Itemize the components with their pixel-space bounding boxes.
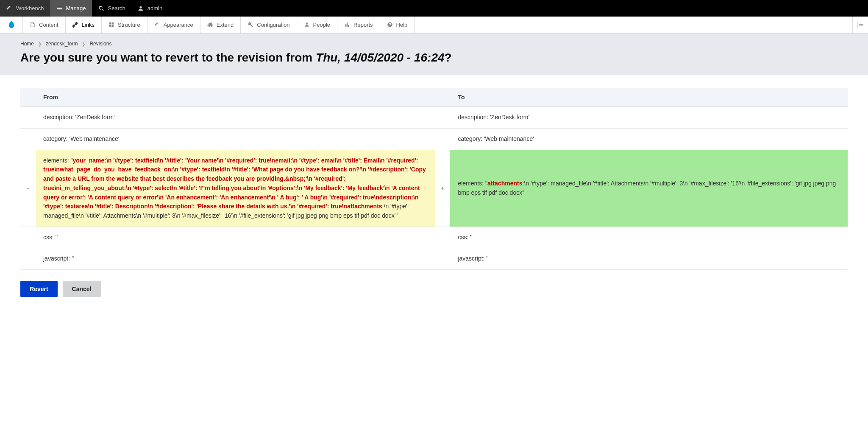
admin-configuration-label: Configuration: [257, 22, 289, 28]
chevron-right-icon: ❯: [38, 42, 42, 46]
admin-help[interactable]: Help: [380, 17, 415, 33]
page-title: Are you sure you want to revert to the r…: [20, 50, 848, 65]
breadcrumb-form[interactable]: zendesk_form: [46, 41, 78, 47]
workbench-icon: [6, 5, 13, 12]
table-row: css: '' css: '': [20, 227, 848, 248]
diff-table: From To description: 'ZenDesk form' desc…: [20, 88, 848, 270]
breadcrumb-revisions[interactable]: Revisions: [89, 41, 111, 47]
toolbar-collapse[interactable]: |⬅: [852, 17, 868, 33]
toolbar-search-label: Search: [108, 5, 125, 11]
admin-content[interactable]: Content: [23, 17, 66, 33]
admin-people-label: People: [313, 22, 330, 28]
revert-button[interactable]: Revert: [20, 281, 58, 297]
cell-js-to: javascript: '': [450, 248, 848, 270]
admin-help-label: Help: [396, 22, 408, 28]
header-from: From: [36, 88, 435, 107]
cell-category-from: category: 'Web maintenance': [36, 129, 435, 150]
breadcrumb: Home ❯ zendesk_form ❯ Revisions: [20, 41, 848, 47]
table-row: description: 'ZenDesk form' description:…: [20, 107, 848, 129]
admin-appearance-label: Appearance: [164, 22, 193, 28]
cell-description-from: description: 'ZenDesk form': [36, 107, 435, 129]
title-suffix: ?: [445, 51, 452, 64]
toolbar-user-label: admin: [147, 5, 162, 11]
breadcrumb-home[interactable]: Home: [20, 41, 34, 47]
user-icon: [137, 5, 144, 12]
admin-links-label: Links: [82, 22, 95, 28]
admin-links[interactable]: Links: [66, 17, 102, 33]
admin-configuration[interactable]: Configuration: [241, 17, 297, 33]
chevron-right-icon: ❯: [82, 42, 85, 46]
admin-structure[interactable]: Structure: [102, 17, 147, 33]
drupal-logo[interactable]: [0, 17, 23, 33]
toolbar-manage[interactable]: Manage: [50, 0, 92, 17]
title-prefix: Are you sure you want to revert to the r…: [20, 51, 316, 64]
table-row: category: 'Web maintenance' category: 'W…: [20, 129, 848, 150]
admin-people[interactable]: People: [297, 17, 337, 33]
admin-content-label: Content: [39, 22, 58, 28]
region-header: Home ❯ zendesk_form ❯ Revisions Are you …: [0, 33, 868, 75]
toolbar-manage-label: Manage: [66, 5, 86, 11]
cell-css-from: css: '': [36, 227, 435, 248]
toolbar-top: Workbench Manage Search admin: [0, 0, 868, 17]
diff-plus: +: [435, 150, 450, 227]
cell-description-to: description: 'ZenDesk form': [450, 107, 848, 129]
header-to: To: [450, 88, 848, 107]
cell-css-to: css: '': [450, 227, 848, 248]
admin-appearance[interactable]: Appearance: [147, 17, 200, 33]
cell-elements-to: elements: "attachments:\n '#type': manag…: [450, 150, 848, 227]
search-icon: [98, 5, 105, 12]
admin-structure-label: Structure: [118, 22, 140, 28]
table-row-changed: - elements: "your_name:\n '#type': textf…: [20, 150, 848, 227]
form-actions: Revert Cancel: [20, 281, 848, 297]
hamburger-icon: [56, 5, 63, 12]
collapse-icon: |⬅: [857, 21, 864, 28]
cell-js-from: javascript: '': [36, 248, 435, 270]
title-date: Thu, 14/05/2020 - 16:24: [316, 51, 445, 64]
cancel-button[interactable]: Cancel: [63, 281, 101, 297]
content-region: From To description: 'ZenDesk form' desc…: [0, 75, 868, 310]
admin-extend-label: Extend: [217, 22, 234, 28]
toolbar-search[interactable]: Search: [92, 0, 131, 17]
diff-minus: -: [20, 150, 36, 227]
admin-reports[interactable]: Reports: [337, 17, 380, 33]
toolbar-user[interactable]: admin: [131, 0, 168, 17]
table-row: javascript: '' javascript: '': [20, 248, 848, 270]
toolbar-workbench[interactable]: Workbench: [0, 0, 50, 17]
admin-reports-label: Reports: [353, 22, 373, 28]
cell-category-to: category: 'Web maintenance': [450, 129, 848, 150]
admin-extend[interactable]: Extend: [200, 17, 241, 33]
cell-elements-from: elements: "your_name:\n '#type': textfie…: [36, 150, 435, 227]
admin-menu: Content Links Structure Appearance Exten…: [0, 17, 868, 33]
toolbar-workbench-label: Workbench: [16, 5, 44, 11]
